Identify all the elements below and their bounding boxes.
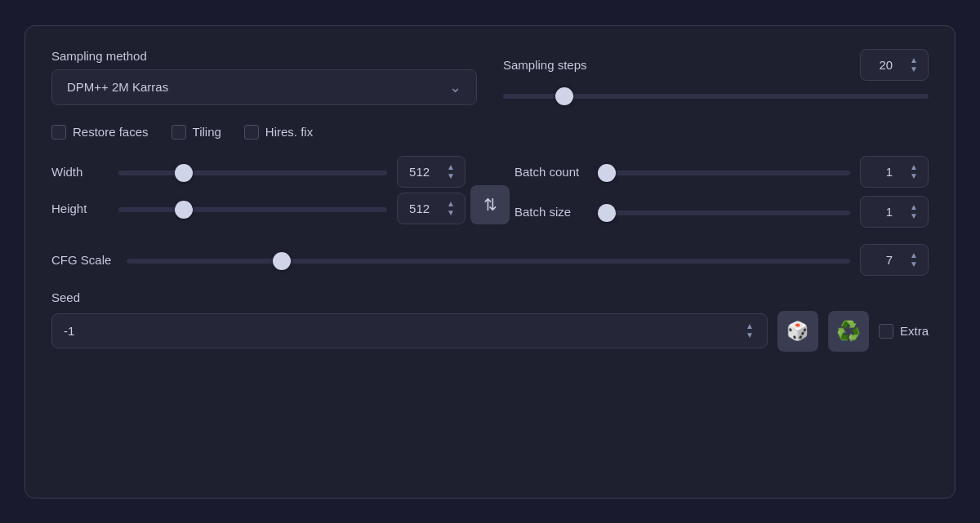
sampling-steps-slider[interactable]: [503, 94, 929, 99]
batch-count-numbox[interactable]: ▲ ▼: [860, 156, 929, 188]
batch-size-spinners[interactable]: ▲ ▼: [908, 203, 920, 220]
height-input[interactable]: [406, 202, 442, 215]
batch-count-row: Batch count ▲ ▼: [514, 156, 929, 188]
checkboxes-row: Restore faces Tiling Hires. fix: [51, 125, 929, 140]
batch-size-label: Batch size: [514, 205, 588, 219]
height-slider-wrap: [118, 201, 387, 215]
restore-faces-box[interactable]: [51, 125, 66, 140]
width-label: Width: [51, 165, 109, 179]
extra-checkbox-box[interactable]: [879, 324, 893, 339]
batch-size-up[interactable]: ▲: [908, 203, 920, 211]
seed-area: Seed ▲ ▼ 🎲 ♻️ Extra: [51, 290, 929, 352]
chevron-down-icon: ⌄: [449, 78, 461, 96]
width-input[interactable]: [406, 165, 442, 179]
cfg-scale-up[interactable]: ▲: [908, 251, 920, 259]
width-row: Width ▲ ▼: [51, 156, 466, 188]
width-down[interactable]: ▼: [445, 172, 457, 180]
height-row: Height ▲ ▼: [51, 193, 466, 224]
height-up[interactable]: ▲: [445, 200, 457, 208]
dice-button[interactable]: 🎲: [777, 311, 818, 352]
batch-size-numbox[interactable]: ▲ ▼: [860, 196, 929, 228]
sampling-steps-down[interactable]: ▼: [908, 65, 920, 73]
width-spinners[interactable]: ▲ ▼: [445, 163, 457, 180]
dimensions-batch-row: Width ▲ ▼ Height: [51, 156, 929, 236]
batch-size-input[interactable]: [869, 205, 905, 219]
height-slider[interactable]: [118, 207, 387, 212]
width-slider[interactable]: [118, 171, 387, 175]
hires-fix-box[interactable]: [244, 125, 259, 140]
extra-label: Extra: [900, 324, 929, 338]
batch-count-spinners[interactable]: ▲ ▼: [908, 163, 920, 180]
tiling-box[interactable]: [172, 125, 186, 140]
seed-input[interactable]: [64, 324, 744, 338]
hires-fix-checkbox[interactable]: Hires. fix: [244, 125, 313, 140]
sampling-method-value: DPM++ 2M Karras: [67, 80, 168, 94]
seed-row: ▲ ▼ 🎲 ♻️ Extra: [51, 311, 929, 352]
seed-spinners[interactable]: ▲ ▼: [744, 322, 755, 339]
cfg-slider-wrap: [127, 252, 850, 267]
sampling-steps-numbox[interactable]: ▲ ▼: [860, 49, 929, 81]
sampling-steps-block: Sampling steps ▲ ▼: [503, 49, 929, 102]
batch-block: Batch count ▲ ▼ Batch size: [514, 156, 929, 236]
cfg-scale-row: CFG Scale ▲ ▼: [51, 244, 929, 276]
batch-count-down[interactable]: ▼: [908, 172, 920, 180]
dice-icon: 🎲: [786, 321, 808, 342]
sampling-method-label: Sampling method: [51, 49, 477, 63]
height-down[interactable]: ▼: [445, 209, 457, 217]
cfg-scale-spinners[interactable]: ▲ ▼: [908, 251, 920, 268]
cfg-scale-numbox[interactable]: ▲ ▼: [860, 244, 929, 276]
sampling-method-block: Sampling method DPM++ 2M Karras ⌄: [51, 49, 477, 105]
sampling-steps-label: Sampling steps: [503, 58, 587, 72]
width-up[interactable]: ▲: [445, 163, 457, 171]
batch-size-down[interactable]: ▼: [908, 212, 920, 220]
tiling-label: Tiling: [193, 125, 221, 139]
height-numbox[interactable]: ▲ ▼: [397, 193, 466, 224]
batch-count-label: Batch count: [514, 165, 588, 179]
sampling-method-dropdown[interactable]: DPM++ 2M Karras ⌄: [51, 69, 477, 105]
batch-count-up[interactable]: ▲: [908, 163, 920, 171]
swap-dimensions-button[interactable]: ⇅: [470, 185, 510, 224]
batch-count-slider-wrap: [598, 164, 850, 179]
extra-row: Extra: [879, 324, 929, 339]
cfg-scale-label: CFG Scale: [51, 253, 117, 267]
hires-fix-label: Hires. fix: [265, 125, 313, 139]
dimensions-block: Width ▲ ▼ Height: [51, 156, 466, 229]
width-numbox[interactable]: ▲ ▼: [397, 156, 466, 188]
sampling-steps-up[interactable]: ▲: [908, 56, 920, 64]
cfg-scale-input[interactable]: [869, 253, 905, 267]
restore-faces-label: Restore faces: [73, 125, 149, 139]
height-spinners[interactable]: ▲ ▼: [445, 200, 457, 217]
cfg-scale-slider[interactable]: [127, 259, 850, 264]
swap-column: ⇅: [466, 156, 514, 224]
restore-faces-checkbox[interactable]: Restore faces: [51, 125, 149, 140]
seed-up[interactable]: ▲: [744, 322, 755, 330]
seed-label: Seed: [51, 290, 929, 304]
batch-size-slider[interactable]: [598, 211, 850, 215]
seed-down[interactable]: ▼: [744, 331, 755, 339]
cfg-scale-down[interactable]: ▼: [908, 260, 920, 268]
batch-size-row: Batch size ▲ ▼: [514, 196, 929, 228]
recycle-icon: ♻️: [836, 320, 861, 343]
height-label: Height: [51, 202, 109, 215]
tiling-checkbox[interactable]: Tiling: [172, 125, 221, 140]
batch-count-input[interactable]: [869, 165, 905, 179]
seed-input-wrap: ▲ ▼: [51, 313, 768, 348]
main-container: Sampling method DPM++ 2M Karras ⌄ Sampli…: [24, 25, 956, 499]
batch-count-slider[interactable]: [598, 171, 850, 175]
sampling-steps-spinners[interactable]: ▲ ▼: [908, 56, 920, 73]
batch-size-slider-wrap: [598, 204, 850, 219]
sampling-steps-input[interactable]: [869, 58, 905, 72]
sampling-row: Sampling method DPM++ 2M Karras ⌄ Sampli…: [51, 49, 929, 105]
recycle-button[interactable]: ♻️: [828, 311, 869, 352]
width-slider-wrap: [118, 164, 387, 179]
swap-icon: ⇅: [483, 195, 497, 215]
